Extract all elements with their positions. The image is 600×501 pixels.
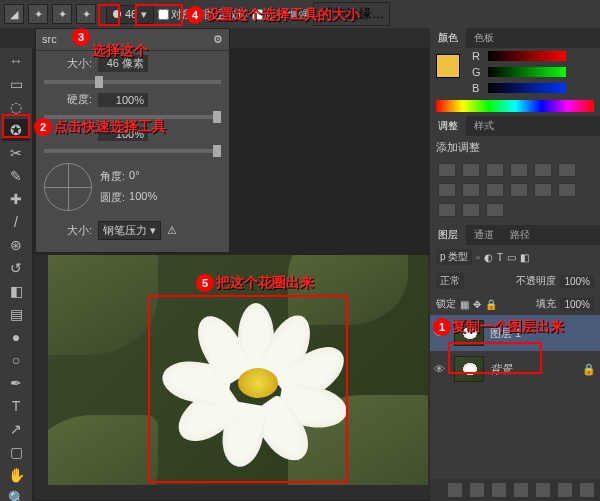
tab-layers[interactable]: 图层 <box>430 225 466 245</box>
healing-tool[interactable]: ✚ <box>2 188 30 210</box>
annotation-num-1: 1 <box>433 318 451 336</box>
lasso-tool[interactable]: ◌ <box>2 96 30 118</box>
pen-tool[interactable]: ✒ <box>2 372 30 394</box>
hue-icon[interactable] <box>558 163 576 177</box>
gradient-tool[interactable]: ▤ <box>2 303 30 325</box>
invert-icon[interactable] <box>534 183 552 197</box>
filter-smart-icon[interactable]: ◧ <box>520 252 529 263</box>
exposure-icon[interactable] <box>510 163 528 177</box>
brush-tool[interactable]: / <box>2 211 30 233</box>
gradient-map-icon[interactable] <box>462 203 480 217</box>
roundness-label: 圆度: <box>100 190 125 205</box>
marquee-tool[interactable]: ▭ <box>2 73 30 95</box>
panel-tab[interactable]: src <box>42 33 57 46</box>
tab-swatches[interactable]: 色板 <box>466 28 502 48</box>
lock-pixels-icon[interactable]: ▦ <box>460 299 469 310</box>
filter-text-icon[interactable]: T <box>497 252 503 263</box>
layer-filter-type[interactable]: p 类型 <box>436 249 472 265</box>
threshold-icon[interactable] <box>438 203 456 217</box>
curves-icon[interactable] <box>486 163 504 177</box>
annotation-num-5: 5 <box>196 274 214 292</box>
quick-select-tool[interactable]: ✪ <box>2 119 30 141</box>
brush-size-value: 46 <box>125 8 137 20</box>
roundness-input[interactable]: 100% <box>129 190 169 205</box>
tab-paths[interactable]: 路径 <box>502 225 538 245</box>
active-tool-preview: ◢ <box>4 4 24 24</box>
new-layer-icon[interactable] <box>558 483 572 497</box>
brightness-icon[interactable] <box>438 163 456 177</box>
layer-mask-icon[interactable] <box>492 483 506 497</box>
layers-panel: p 类型 ▫ ◐ T ▭ ◧ 正常 不透明度 100% 锁定 ▦ ✥ 🔒 填充 … <box>430 245 600 501</box>
hardness-label: 硬度: <box>44 92 92 107</box>
filter-pixel-icon[interactable]: ▫ <box>476 252 480 263</box>
hardness-input[interactable]: 100% <box>98 93 148 107</box>
hue-strip[interactable] <box>436 100 594 112</box>
zoom-tool[interactable]: 🔍 <box>2 487 30 501</box>
eraser-tool[interactable]: ◧ <box>2 280 30 302</box>
new-selection-mode[interactable]: ✦ <box>28 4 48 24</box>
layer-fx-icon[interactable] <box>470 483 484 497</box>
crop-tool[interactable]: ✂ <box>2 142 30 164</box>
fill-value[interactable]: 100% <box>560 298 594 311</box>
adjustments-panel: 添加调整 <box>430 136 600 225</box>
angle-label: 角度: <box>100 169 125 184</box>
annotation-num-4: 4 <box>186 6 204 24</box>
stamp-tool[interactable]: ⊛ <box>2 234 30 256</box>
posterize-icon[interactable] <box>558 183 576 197</box>
add-selection-mode[interactable]: ✦ <box>52 4 72 24</box>
dodge-tool[interactable]: ○ <box>2 349 30 371</box>
lotus-flower <box>168 303 348 463</box>
new-group-icon[interactable] <box>536 483 550 497</box>
filter-shape-icon[interactable]: ▭ <box>507 252 516 263</box>
b-slider[interactable] <box>488 83 566 93</box>
new-adjustment-icon[interactable] <box>514 483 528 497</box>
spacing-slider[interactable] <box>44 149 221 153</box>
link-layers-icon[interactable] <box>448 483 462 497</box>
opacity-label: 不透明度 <box>516 274 556 288</box>
history-brush-tool[interactable]: ↺ <box>2 257 30 279</box>
size-label: 大小: <box>44 56 92 71</box>
move-tool[interactable]: ↔ <box>2 50 30 72</box>
shape-tool[interactable]: ▢ <box>2 441 30 463</box>
subtract-selection-mode[interactable]: ✦ <box>76 4 96 24</box>
foreground-color[interactable] <box>436 54 460 78</box>
brush-preset-panel: src ⚙ 大小: 46 像素 硬度: 100% 100% 角度:0° 圆度:1… <box>35 28 230 253</box>
hand-tool[interactable]: ✋ <box>2 464 30 486</box>
fill-label: 填充 <box>536 297 556 311</box>
tab-adjust[interactable]: 调整 <box>430 116 466 136</box>
opacity-value[interactable]: 100% <box>560 275 594 288</box>
g-slider[interactable] <box>488 67 566 77</box>
dynamics-select[interactable]: 钢笔压力 ▾ <box>98 221 161 240</box>
blend-mode-select[interactable]: 正常 <box>436 273 464 289</box>
layer-thumbnail[interactable] <box>454 356 484 382</box>
layer-name[interactable]: 背景 <box>490 362 512 377</box>
tab-styles[interactable]: 样式 <box>466 116 502 136</box>
selective-color-icon[interactable] <box>486 203 504 217</box>
levels-icon[interactable] <box>462 163 480 177</box>
size-slider[interactable] <box>44 80 221 84</box>
angle-input[interactable]: 0° <box>129 169 169 184</box>
blur-tool[interactable]: ● <box>2 326 30 348</box>
tab-channels[interactable]: 通道 <box>466 225 502 245</box>
tab-color[interactable]: 颜色 <box>430 28 466 48</box>
gear-icon[interactable]: ⚙ <box>213 33 223 46</box>
delete-layer-icon[interactable] <box>580 483 594 497</box>
angle-roundness-control[interactable] <box>44 163 92 211</box>
eyedropper-tool[interactable]: ✎ <box>2 165 30 187</box>
lock-all-icon[interactable]: 🔒 <box>485 299 497 310</box>
brush-size-picker[interactable]: 46 ▾ <box>106 5 154 24</box>
visibility-icon[interactable]: 👁 <box>434 363 448 375</box>
bw-icon[interactable] <box>438 183 456 197</box>
path-tool[interactable]: ↗ <box>2 418 30 440</box>
annotation-label-2: 点击快速选择工具 <box>54 118 166 136</box>
adjust-title: 添加调整 <box>436 140 594 155</box>
filter-adjust-icon[interactable]: ◐ <box>484 252 493 263</box>
photo-filter-icon[interactable] <box>462 183 480 197</box>
lut-icon[interactable] <box>510 183 528 197</box>
r-slider[interactable] <box>488 51 566 61</box>
lock-position-icon[interactable]: ✥ <box>473 299 481 310</box>
type-tool[interactable]: T <box>2 395 30 417</box>
channel-mixer-icon[interactable] <box>486 183 504 197</box>
vibrance-icon[interactable] <box>534 163 552 177</box>
layer-row[interactable]: 👁 背景 🔒 <box>430 351 600 387</box>
